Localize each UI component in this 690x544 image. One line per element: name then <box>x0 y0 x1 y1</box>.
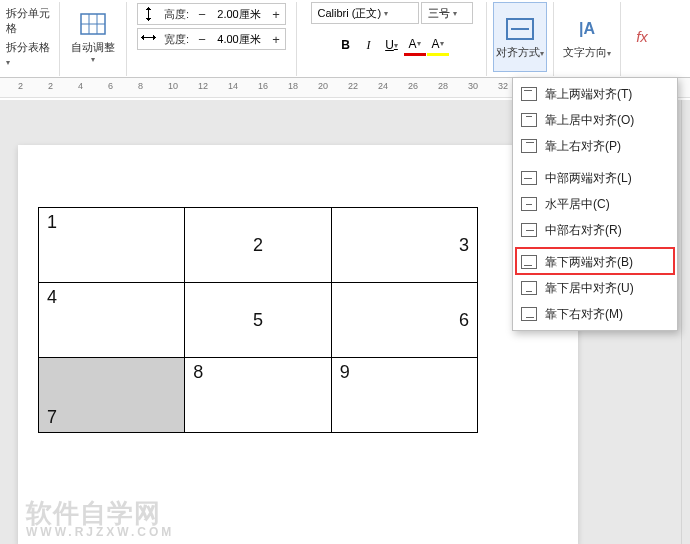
split-cells-label[interactable]: 拆分单元格 <box>6 6 53 36</box>
ruler-tick: 26 <box>408 81 418 91</box>
table-row: 456 <box>39 283 478 358</box>
align-menu-item[interactable]: 靠上两端对齐(T) <box>513 81 677 107</box>
chevron-down-icon: ▾ <box>607 49 611 58</box>
bold-button[interactable]: B <box>335 34 357 56</box>
alignment-icon <box>506 15 534 43</box>
scrollbar-area <box>681 100 682 544</box>
ruler-tick: 18 <box>288 81 298 91</box>
ruler-tick: 8 <box>138 81 143 91</box>
ribbon: 拆分单元格 拆分表格 ▾ . 自动调整 ▾ ⭥ 高度: − 2.00厘米 + ⭤… <box>0 0 690 78</box>
row-height-spinner[interactable]: ⭥ 高度: − 2.00厘米 + <box>137 3 286 25</box>
text-direction-button[interactable]: |A 文字方向▾ <box>560 2 614 72</box>
align-menu-item[interactable]: 靠下右对齐(M) <box>513 301 677 327</box>
ruler-tick: 20 <box>318 81 328 91</box>
alignment-button[interactable]: 对齐方式▾ <box>493 2 547 72</box>
text-direction-icon: |A <box>573 15 601 43</box>
auto-adjust-button[interactable]: 自动调整 ▾ <box>66 2 120 72</box>
align-option-icon <box>521 113 537 127</box>
table-cell[interactable]: 2 <box>185 208 331 283</box>
align-option-label: 靠下居中对齐(U) <box>545 280 634 297</box>
chevron-down-icon: ▾ <box>453 9 457 18</box>
chevron-down-icon: ▾ <box>384 9 388 18</box>
chevron-down-icon: ▾ <box>6 58 10 67</box>
align-menu-item[interactable]: 水平居中(C) <box>513 191 677 217</box>
width-value[interactable]: 4.00厘米 <box>211 32 267 47</box>
table-cell[interactable]: 6 <box>331 283 477 358</box>
table-cell[interactable]: 1 <box>39 208 185 283</box>
font-color-button[interactable]: A▾ <box>404 34 426 56</box>
chevron-down-icon: ▾ <box>91 55 95 64</box>
table-cell[interactable]: 9 <box>331 358 477 433</box>
align-option-icon <box>521 255 537 269</box>
table-cell[interactable]: 3 <box>331 208 477 283</box>
ruler-tick: 12 <box>198 81 208 91</box>
width-icon: ⭤ <box>138 30 160 48</box>
align-menu-item[interactable]: 靠上右对齐(P) <box>513 133 677 159</box>
table-row: 789 <box>39 358 478 433</box>
align-option-label: 靠上两端对齐(T) <box>545 86 632 103</box>
align-option-icon <box>521 139 537 153</box>
align-option-label: 中部右对齐(R) <box>545 222 622 239</box>
align-option-icon <box>521 197 537 211</box>
width-decrease[interactable]: − <box>193 29 211 49</box>
align-option-label: 中部两端对齐(L) <box>545 170 632 187</box>
ruler-tick: 30 <box>468 81 478 91</box>
split-table-label[interactable]: 拆分表格 ▾ <box>6 40 53 67</box>
align-option-icon <box>521 307 537 321</box>
align-option-label: 靠下两端对齐(B) <box>545 254 633 271</box>
font-name-select[interactable]: Calibri (正文)▾ <box>311 2 419 24</box>
ruler-tick: 24 <box>378 81 388 91</box>
height-icon: ⭥ <box>138 5 160 23</box>
underline-button[interactable]: U▾ <box>381 34 403 56</box>
table-cell[interactable]: 5 <box>185 283 331 358</box>
ruler-tick: 10 <box>168 81 178 91</box>
align-option-icon <box>521 281 537 295</box>
rgroup-alignment: 对齐方式▾ <box>487 2 554 76</box>
alignment-menu: 靠上两端对齐(T)靠上居中对齐(O)靠上右对齐(P)中部两端对齐(L)水平居中(… <box>512 77 678 331</box>
rgroup-split: 拆分单元格 拆分表格 ▾ . <box>0 2 60 76</box>
auto-adjust-icon <box>79 10 107 38</box>
rgroup-autoadjust: 自动调整 ▾ <box>60 2 127 76</box>
width-increase[interactable]: + <box>267 29 285 49</box>
align-menu-item[interactable]: 中部两端对齐(L) <box>513 165 677 191</box>
rgroup-textdir: |A 文字方向▾ <box>554 2 621 76</box>
font-size-select[interactable]: 三号▾ <box>421 2 473 24</box>
ruler-tick: 16 <box>258 81 268 91</box>
fx-button[interactable]: fx <box>627 2 657 72</box>
ruler-tick: 2 <box>18 81 23 91</box>
fx-icon: fx <box>628 22 656 50</box>
chevron-down-icon: ▾ <box>540 49 544 58</box>
table-cell[interactable]: 7 <box>39 358 185 433</box>
align-option-icon <box>521 171 537 185</box>
align-option-icon <box>521 87 537 101</box>
data-table[interactable]: 123456789 <box>38 207 478 433</box>
align-option-label: 靠上居中对齐(O) <box>545 112 634 129</box>
height-decrease[interactable]: − <box>193 4 211 24</box>
table-cell[interactable]: 4 <box>39 283 185 358</box>
ruler-tick: 14 <box>228 81 238 91</box>
ruler-tick: 28 <box>438 81 448 91</box>
height-increase[interactable]: + <box>267 4 285 24</box>
col-width-spinner[interactable]: ⭤ 宽度: − 4.00厘米 + <box>137 28 286 50</box>
align-option-icon <box>521 223 537 237</box>
align-option-label: 靠下右对齐(M) <box>545 306 623 323</box>
rgroup-font: Calibri (正文)▾ 三号▾ B I U▾ A▾ A▾ . <box>297 2 487 76</box>
align-menu-item[interactable]: 靠下两端对齐(B) <box>513 249 677 275</box>
align-option-label: 靠上右对齐(P) <box>545 138 621 155</box>
table-cell[interactable]: 8 <box>185 358 331 433</box>
height-label: 高度: <box>160 7 193 22</box>
page: 123456789 <box>18 145 578 544</box>
ruler-tick: 2 <box>48 81 53 91</box>
highlight-button[interactable]: A▾ <box>427 34 449 56</box>
italic-button[interactable]: I <box>358 34 380 56</box>
align-menu-item[interactable]: 靠上居中对齐(O) <box>513 107 677 133</box>
width-label: 宽度: <box>160 32 193 47</box>
ruler-tick: 22 <box>348 81 358 91</box>
align-option-label: 水平居中(C) <box>545 196 610 213</box>
align-menu-item[interactable]: 靠下居中对齐(U) <box>513 275 677 301</box>
align-menu-item[interactable]: 中部右对齐(R) <box>513 217 677 243</box>
height-value[interactable]: 2.00厘米 <box>211 7 267 22</box>
rgroup-size: ⭥ 高度: − 2.00厘米 + ⭤ 宽度: − 4.00厘米 + . <box>127 2 297 76</box>
table-row: 123 <box>39 208 478 283</box>
ruler-tick: 32 <box>498 81 508 91</box>
